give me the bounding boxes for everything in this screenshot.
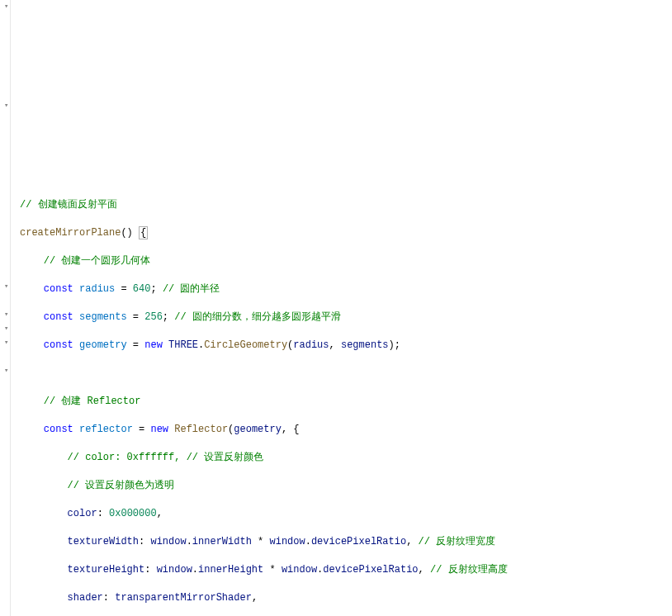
num: 640 (133, 283, 151, 295)
comment: // 创建一个圆形几何体 (44, 255, 151, 267)
comment: // 圆的半径 (163, 283, 220, 295)
obj: window (269, 536, 305, 547)
comment: // 创建镜面反射平面 (20, 199, 117, 211)
var: reflector (79, 424, 133, 435)
arg: segments (341, 339, 389, 351)
val: transparentMirrorShader (115, 592, 252, 604)
keyword: const (44, 283, 73, 295)
num: 0x000000 (109, 508, 157, 519)
arg: geometry (234, 424, 282, 435)
obj: window (150, 536, 186, 547)
comment: // 反射纹理高度 (430, 564, 508, 576)
prop: textureHeight (68, 564, 145, 576)
obj: window (157, 564, 192, 576)
keyword: const (44, 424, 73, 435)
fold-caret-icon[interactable]: ▾ (4, 308, 8, 322)
class: CircleGeometry (204, 339, 287, 351)
obj: window (282, 564, 317, 576)
prop: innerHeight (198, 564, 263, 576)
var: geometry (79, 339, 127, 351)
fold-caret-icon[interactable]: ▾ (4, 336, 8, 350)
prop: color (68, 508, 97, 519)
fold-caret-icon[interactable]: ▾ (4, 364, 8, 378)
fold-caret-icon[interactable]: ▾ (4, 99, 8, 113)
prop: devicePixelRatio (311, 536, 406, 547)
keyword: new (144, 339, 163, 351)
code-editor[interactable]: // 创建镜面反射平面 createMirrorPlane() { // 创建一… (20, 184, 670, 616)
arg: radius (293, 339, 329, 351)
keyword: const (44, 339, 73, 351)
func-name: createMirrorPlane (20, 227, 121, 239)
fold-caret-icon[interactable]: ▾ (4, 0, 8, 14)
prop: innerWidth (192, 536, 252, 547)
prop: shader (68, 592, 103, 604)
var: segments (79, 311, 127, 323)
prop: textureWidth (68, 536, 139, 547)
fold-caret-icon[interactable]: ▾ (4, 280, 8, 294)
class: Reflector (174, 424, 228, 435)
ns: THREE (168, 339, 198, 351)
num: 256 (144, 311, 163, 323)
fold-caret-icon[interactable]: ▾ (4, 322, 8, 336)
comment: // color: 0xffffff, // 设置反射颜色 (68, 452, 264, 463)
comment: // 反射纹理宽度 (419, 536, 496, 547)
keyword: const (44, 311, 73, 323)
comment: // 创建 Reflector (44, 396, 141, 407)
prop: devicePixelRatio (323, 564, 418, 576)
comment: // 圆的细分数，细分越多圆形越平滑 (174, 311, 341, 323)
comment: // 设置反射颜色为透明 (68, 480, 175, 491)
keyword: new (150, 424, 168, 435)
fold-guide (10, 0, 17, 616)
var: radius (79, 283, 115, 295)
